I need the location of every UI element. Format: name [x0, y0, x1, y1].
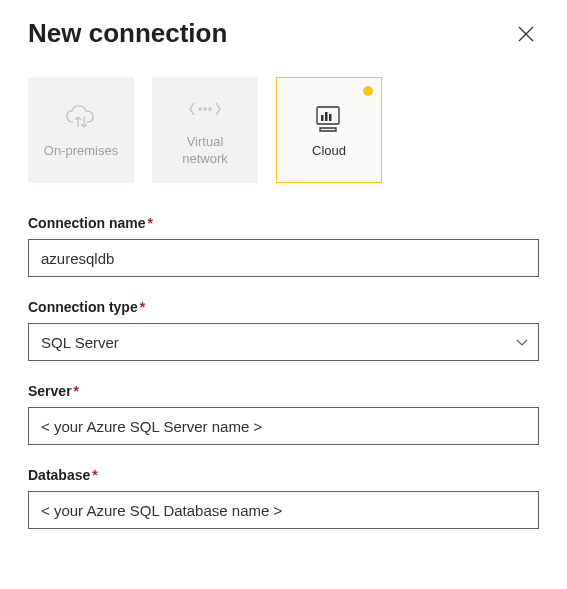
svg-point-3	[203, 107, 207, 111]
label-text: Connection type	[28, 299, 138, 315]
svg-rect-5	[317, 107, 339, 124]
field-label: Connection name*	[28, 215, 539, 231]
required-asterisk: *	[92, 467, 97, 483]
field-connection-name: Connection name*	[28, 215, 539, 277]
dialog-header: New connection	[28, 18, 539, 49]
required-asterisk: *	[74, 383, 79, 399]
connection-name-input[interactable]	[28, 239, 539, 277]
field-label: Server*	[28, 383, 539, 399]
field-database: Database*	[28, 467, 539, 529]
server-input[interactable]	[28, 407, 539, 445]
close-button[interactable]	[513, 21, 539, 47]
label-text: Database	[28, 467, 90, 483]
label-text: Server	[28, 383, 72, 399]
select-value: SQL Server	[28, 323, 539, 361]
connection-mode-tiles: On-premises Virtual network Cloud	[28, 77, 539, 183]
svg-rect-7	[325, 112, 328, 121]
field-label: Database*	[28, 467, 539, 483]
tile-label: Cloud	[312, 143, 346, 160]
field-label: Connection type*	[28, 299, 539, 315]
tile-cloud[interactable]: Cloud	[276, 77, 382, 183]
tile-label: On-premises	[44, 143, 118, 160]
required-asterisk: *	[140, 299, 145, 315]
tile-on-premises[interactable]: On-premises	[28, 77, 134, 183]
cloud-report-icon	[311, 101, 347, 135]
virtual-network-icon	[187, 92, 223, 126]
selected-badge-icon	[361, 84, 375, 98]
database-input[interactable]	[28, 491, 539, 529]
dialog-title: New connection	[28, 18, 227, 49]
connection-type-select[interactable]: SQL Server	[28, 323, 539, 361]
cloud-sync-icon	[63, 101, 99, 135]
svg-point-2	[198, 107, 202, 111]
svg-rect-6	[321, 115, 324, 121]
tile-virtual-network[interactable]: Virtual network	[152, 77, 258, 183]
field-server: Server*	[28, 383, 539, 445]
svg-point-4	[208, 107, 212, 111]
required-asterisk: *	[147, 215, 152, 231]
field-connection-type: Connection type* SQL Server	[28, 299, 539, 361]
close-icon	[517, 25, 535, 43]
svg-rect-8	[329, 114, 332, 121]
tile-label: Virtual network	[182, 134, 228, 168]
label-text: Connection name	[28, 215, 145, 231]
